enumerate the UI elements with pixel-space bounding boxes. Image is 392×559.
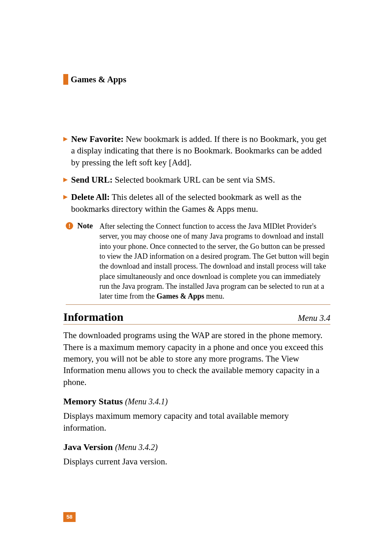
triangle-icon: ▶ bbox=[63, 191, 68, 203]
triangle-icon: ▶ bbox=[63, 133, 68, 145]
list-item: ▶ New Favorite: New bookmark is added. I… bbox=[63, 133, 330, 168]
note-block: ! Note After selecting the Connect funct… bbox=[66, 221, 330, 305]
subsection-title: Memory Status bbox=[63, 396, 125, 406]
subsection-paragraph: Displays current Java version. bbox=[63, 456, 330, 467]
section-paragraph: The downloaded programs using the WAP ar… bbox=[63, 329, 330, 388]
page-number: 58 bbox=[63, 512, 76, 522]
list-item: ▶ Send URL: Selected bookmark URL can be… bbox=[63, 174, 330, 186]
bullet-list: ▶ New Favorite: New bookmark is added. I… bbox=[63, 133, 330, 215]
subsection-menu-ref: (Menu 3.4.2) bbox=[115, 443, 158, 452]
note-label: Note bbox=[77, 221, 93, 230]
page-header: Games & Apps bbox=[63, 74, 330, 85]
list-item-text: New Favorite: New bookmark is added. If … bbox=[71, 133, 330, 168]
subsection-title: Java Version bbox=[63, 442, 115, 452]
note-body: After selecting the Connect function to … bbox=[99, 221, 330, 301]
page-container: Games & Apps ▶ New Favorite: New bookmar… bbox=[0, 0, 392, 559]
triangle-icon: ▶ bbox=[63, 174, 68, 186]
header-title: Games & Apps bbox=[71, 74, 126, 85]
section-heading: Information Menu 3.4 bbox=[63, 311, 330, 325]
subsection-heading: Memory Status (Menu 3.4.1) bbox=[63, 396, 330, 407]
subsection-menu-ref: (Menu 3.4.1) bbox=[125, 397, 168, 406]
list-item-text: Send URL: Selected bookmark URL can be s… bbox=[71, 174, 275, 186]
section-title: Information bbox=[63, 311, 123, 324]
subsection-heading: Java Version (Menu 3.4.2) bbox=[63, 442, 330, 452]
alert-icon: ! bbox=[66, 222, 73, 230]
header-accent-block bbox=[63, 74, 68, 85]
section-menu-ref: Menu 3.4 bbox=[298, 313, 330, 323]
list-item: ▶ Delete All: This deletes all of the se… bbox=[63, 191, 330, 215]
subsection-paragraph: Displays maximum memory capacity and tot… bbox=[63, 410, 330, 434]
list-item-text: Delete All: This deletes all of the sele… bbox=[71, 191, 330, 215]
